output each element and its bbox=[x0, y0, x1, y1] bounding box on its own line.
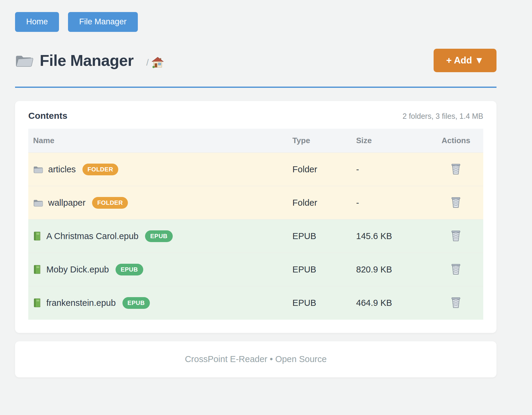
delete-button[interactable] bbox=[450, 295, 462, 310]
home-icon[interactable] bbox=[152, 57, 164, 68]
table-row: wallpaper FOLDER Folder - bbox=[28, 186, 483, 220]
add-button[interactable]: + Add ▼ bbox=[434, 49, 496, 72]
file-name: wallpaper bbox=[48, 198, 85, 208]
table-header-row: Name Type Size Actions bbox=[28, 129, 483, 153]
trash-icon bbox=[451, 263, 461, 275]
column-header-type: Type bbox=[288, 129, 351, 153]
file-table: Name Type Size Actions articles FOLDER bbox=[28, 129, 483, 320]
table-row: frankenstein.epub EPUB EPUB 464.9 KB bbox=[28, 286, 483, 320]
breadcrumb: / bbox=[146, 57, 164, 68]
footer-text: CrossPoint E-Reader • Open Source bbox=[185, 354, 326, 364]
column-header-size: Size bbox=[351, 129, 429, 153]
file-type: EPUB bbox=[288, 253, 351, 286]
trash-icon bbox=[451, 230, 461, 242]
file-size: 145.6 KB bbox=[351, 220, 429, 253]
file-size: - bbox=[351, 186, 429, 220]
book-icon bbox=[33, 298, 42, 308]
home-button[interactable]: Home bbox=[15, 12, 59, 32]
delete-button[interactable] bbox=[450, 229, 462, 243]
book-icon bbox=[33, 231, 42, 241]
table-row: Moby Dick.epub EPUB EPUB 820.9 KB bbox=[28, 253, 483, 286]
type-badge: EPUB bbox=[116, 264, 143, 275]
column-header-actions: Actions bbox=[429, 129, 483, 153]
top-nav: Home File Manager bbox=[15, 12, 496, 32]
file-name: frankenstein.epub bbox=[46, 298, 116, 308]
book-icon bbox=[33, 265, 42, 274]
file-type: EPUB bbox=[288, 286, 351, 320]
contents-summary: 2 folders, 3 files, 1.4 MB bbox=[403, 112, 483, 121]
type-badge: EPUB bbox=[122, 297, 150, 309]
file-manager-button[interactable]: File Manager bbox=[68, 12, 138, 32]
type-badge: EPUB bbox=[145, 230, 173, 242]
file-name: Moby Dick.epub bbox=[46, 265, 109, 275]
type-badge: FOLDER bbox=[82, 164, 118, 175]
folder-icon bbox=[33, 165, 43, 174]
trash-icon bbox=[451, 196, 461, 208]
contents-card: Contents 2 folders, 3 files, 1.4 MB Name… bbox=[15, 101, 496, 333]
file-type: Folder bbox=[288, 186, 351, 220]
contents-title: Contents bbox=[28, 111, 67, 121]
file-type: EPUB bbox=[288, 220, 351, 253]
table-row: articles FOLDER Folder - bbox=[28, 153, 483, 186]
trash-icon bbox=[451, 297, 461, 309]
file-type: Folder bbox=[288, 153, 351, 186]
file-size: - bbox=[351, 153, 429, 186]
delete-button[interactable] bbox=[450, 262, 462, 276]
table-row: A Christmas Carol.epub EPUB EPUB 145.6 K… bbox=[28, 220, 483, 253]
type-badge: FOLDER bbox=[92, 197, 128, 209]
file-size: 464.9 KB bbox=[351, 286, 429, 320]
footer-card: CrossPoint E-Reader • Open Source bbox=[15, 341, 496, 377]
page-header: File Manager / + Add ▼ bbox=[15, 49, 496, 72]
title-divider bbox=[15, 87, 496, 88]
file-size: 820.9 KB bbox=[351, 253, 429, 286]
delete-button[interactable] bbox=[450, 162, 462, 176]
column-header-name: Name bbox=[28, 129, 288, 153]
file-name: articles bbox=[48, 164, 76, 174]
folder-icon bbox=[33, 198, 43, 207]
table-body: articles FOLDER Folder - wallpaper bbox=[28, 153, 483, 320]
delete-button[interactable] bbox=[450, 195, 462, 210]
page: Home File Manager File Manager / + Add ▼ bbox=[0, 0, 532, 377]
trash-icon bbox=[451, 163, 461, 175]
breadcrumb-separator: / bbox=[146, 57, 149, 68]
page-title: File Manager bbox=[40, 51, 134, 69]
folder-icon bbox=[15, 53, 34, 68]
file-name: A Christmas Carol.epub bbox=[46, 231, 138, 241]
